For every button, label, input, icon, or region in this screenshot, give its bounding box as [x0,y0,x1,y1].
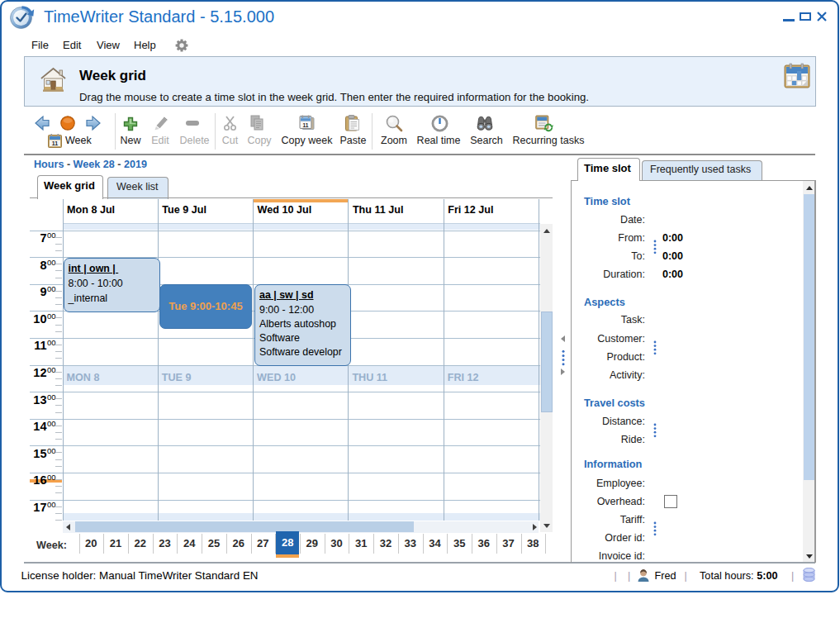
svg-text:11: 11 [302,122,308,128]
svg-text:11: 11 [52,140,59,146]
